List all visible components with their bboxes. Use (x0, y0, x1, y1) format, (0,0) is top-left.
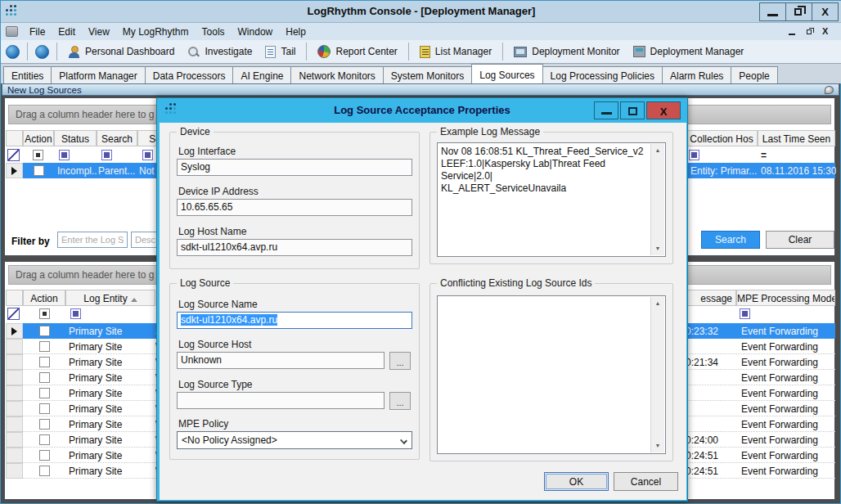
select-all-icon[interactable] (7, 149, 20, 161)
menu-tools[interactable]: Tools (196, 24, 232, 40)
col-last-time-seen[interactable]: Last Time Seen (758, 130, 835, 146)
action-filter-checkbox[interactable] (39, 308, 50, 319)
tab-people[interactable]: People (731, 66, 777, 83)
col-search[interactable]: Search (97, 130, 137, 146)
mpe-filter-checkbox[interactable] (740, 308, 750, 319)
search-filter-checkbox[interactable] (101, 150, 112, 160)
tab-data-processors[interactable]: Data Processors (145, 66, 234, 83)
report-center-button[interactable]: Report Center (311, 43, 403, 61)
col-collection-host[interactable]: Collection Hos (686, 130, 758, 146)
deployment-monitor-button[interactable]: Deployment Monitor (507, 43, 626, 60)
row-checkbox[interactable] (39, 326, 50, 336)
row-checkbox[interactable] (39, 388, 50, 398)
clear-button[interactable]: Clear (766, 231, 834, 249)
log-entity-filter-checkbox[interactable] (70, 308, 81, 319)
conflicting-ids-box[interactable]: ▲ ▼ (437, 295, 666, 454)
list-manager-button[interactable]: List Manager (413, 43, 498, 61)
log-source-type-field[interactable] (177, 392, 385, 409)
row-selector[interactable] (6, 416, 23, 432)
tab-alarm-rules[interactable]: Alarm Rules (662, 66, 731, 83)
row-checkbox[interactable] (39, 403, 50, 414)
investigate-button[interactable]: Investigate (181, 43, 259, 61)
row-checkbox[interactable] (34, 165, 44, 176)
mdi-minimize-button[interactable] (786, 26, 799, 38)
dialog-close-button[interactable]: X (646, 101, 681, 119)
tab-network-monitors[interactable]: Network Monitors (290, 66, 383, 83)
scrollbar[interactable]: ▲ ▼ (650, 297, 664, 452)
log-host-name-field[interactable]: sdkt-ul1210x64.avp.ru (177, 239, 412, 256)
row-selector[interactable] (6, 432, 23, 448)
sea-filter-checkbox[interactable] (142, 150, 153, 160)
close-button[interactable]: X (812, 2, 839, 21)
row-checkbox[interactable] (39, 450, 50, 461)
row-selector[interactable] (6, 323, 23, 339)
col-action[interactable]: Action (23, 130, 54, 146)
log-source-type-browse-button[interactable]: ... (389, 392, 411, 410)
status-filter-checkbox[interactable] (59, 150, 70, 160)
device-ip-field[interactable]: 10.65.65.65 (177, 199, 412, 216)
example-log-message-box[interactable]: Nov 08 16:08:51 KL_Threat_Feed_Service_v… (437, 142, 666, 257)
scroll-up-icon[interactable]: ▲ (651, 297, 664, 310)
pin-icon[interactable] (825, 86, 834, 94)
tab-log-sources[interactable]: Log Sources (471, 64, 542, 83)
deployment-manager-button[interactable]: Deployment Manager (627, 43, 751, 60)
row-selector[interactable] (6, 385, 23, 401)
action-filter-checkbox[interactable] (33, 150, 43, 160)
menu-window[interactable]: Window (232, 24, 280, 40)
mdi-restore-button[interactable] (804, 26, 817, 38)
menu-view[interactable]: View (82, 24, 116, 40)
row-selector[interactable] (6, 448, 23, 463)
dialog-maximize-button[interactable] (620, 101, 645, 119)
search-button[interactable]: Search (701, 231, 760, 249)
tab-log-processing-policies[interactable]: Log Processing Policies (542, 66, 663, 83)
scroll-up-icon[interactable]: ▲ (651, 144, 664, 157)
equals-operator-icon[interactable]: = (761, 150, 767, 161)
row-checkbox[interactable] (39, 419, 50, 430)
row-checkbox[interactable] (39, 466, 50, 476)
collection-host-filter-checkbox[interactable] (689, 150, 699, 160)
menu-file[interactable]: File (23, 24, 52, 40)
dialog-minimize-button[interactable] (594, 101, 618, 119)
row-selector[interactable] (6, 401, 23, 416)
log-source-host-field[interactable]: Unknown (177, 352, 385, 369)
col-mpe-processing-mode[interactable]: MPE Processing Mode (736, 290, 835, 306)
mpe-policy-select[interactable]: <No Policy Assigned> (177, 431, 412, 449)
minimize-button[interactable] (759, 2, 786, 21)
row-selector[interactable] (6, 463, 23, 479)
log-source-host-browse-button[interactable]: ... (389, 352, 411, 370)
col-status[interactable]: Status (54, 130, 97, 146)
restore-button[interactable] (785, 2, 812, 21)
col-message[interactable]: essage (681, 290, 736, 306)
log-source-name-input[interactable]: sdkt-ul1210x64.avp.ru (177, 312, 412, 329)
tab-entities[interactable]: Entities (3, 66, 52, 83)
menu-my-logrhythm[interactable]: My LogRhythm (116, 24, 196, 40)
tab-platform-manager[interactable]: Platform Manager (51, 66, 145, 83)
menu-edit[interactable]: Edit (52, 24, 82, 40)
row-checkbox[interactable] (39, 434, 50, 445)
tail-button[interactable]: Tail (259, 43, 302, 61)
cancel-button[interactable]: Cancel (614, 472, 678, 491)
menu-help[interactable]: Help (279, 24, 313, 40)
log-source-filter-input[interactable] (57, 232, 128, 248)
mdi-close-button[interactable]: X (822, 26, 835, 38)
tab-system-monitors[interactable]: System Monitors (383, 66, 472, 83)
select-all-icon[interactable] (7, 308, 20, 320)
globe-orb-icon[interactable] (35, 45, 49, 59)
scroll-down-icon[interactable]: ▼ (651, 242, 664, 255)
row-checkbox[interactable] (39, 357, 50, 367)
col-log-entity[interactable]: Log Entity (65, 290, 155, 306)
back-orb-icon[interactable] (6, 45, 20, 59)
row-selector[interactable] (6, 370, 23, 385)
row-selector[interactable] (6, 163, 23, 178)
col-action[interactable]: Action (23, 290, 65, 306)
row-checkbox[interactable] (39, 372, 50, 383)
log-interface-field[interactable]: Syslog (177, 159, 412, 176)
row-selector[interactable] (6, 339, 23, 354)
tab-ai-engine[interactable]: AI Engine (232, 66, 291, 83)
personal-dashboard-button[interactable]: Personal Dashboard (61, 43, 181, 61)
ok-button[interactable]: OK (544, 472, 609, 491)
row-checkbox[interactable] (39, 341, 50, 352)
scrollbar[interactable]: ▲ ▼ (650, 144, 664, 255)
row-selector[interactable] (6, 354, 23, 370)
scroll-down-icon[interactable]: ▼ (651, 439, 664, 452)
